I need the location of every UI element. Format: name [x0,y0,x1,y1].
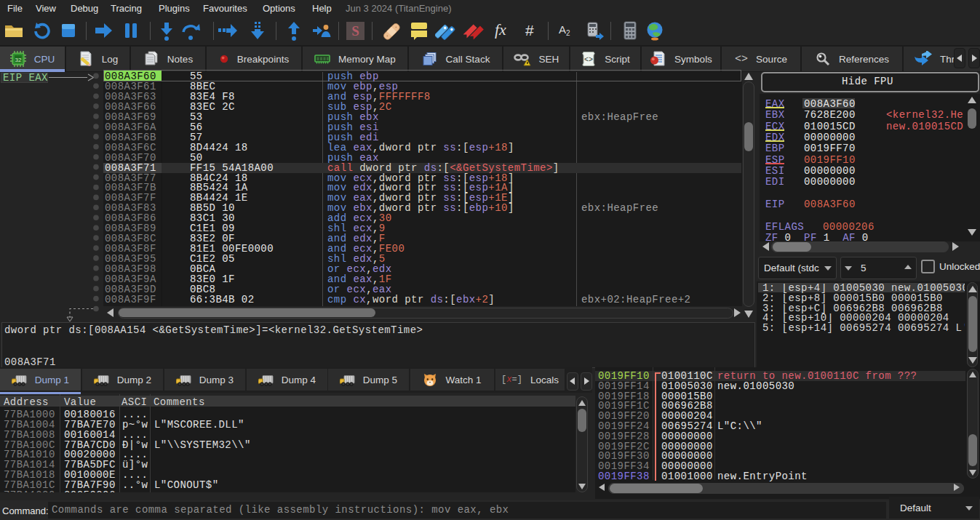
svg-text:S: S [351,23,359,39]
svg-text:<>: <> [584,56,593,64]
